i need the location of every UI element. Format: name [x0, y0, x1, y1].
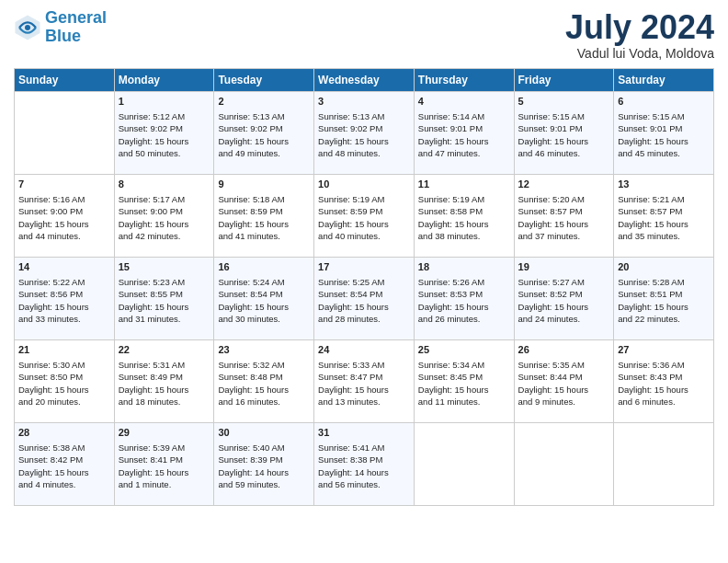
weekday-saturday: Saturday — [614, 68, 714, 91]
day-info: Sunrise: 5:22 AM — [18, 276, 110, 288]
day-info: Daylight: 15 hours — [418, 301, 510, 313]
day-info: Sunset: 8:50 PM — [18, 371, 110, 383]
calendar-cell: 23Sunrise: 5:32 AMSunset: 8:48 PMDayligh… — [214, 339, 314, 422]
day-info: Sunrise: 5:24 AM — [218, 276, 310, 288]
header: General Blue July 2024 Vadul lui Voda, M… — [14, 9, 714, 61]
day-info: Sunrise: 5:18 AM — [218, 193, 310, 205]
weekday-sunday: Sunday — [15, 68, 115, 91]
day-number: 30 — [218, 426, 310, 440]
day-number: 23 — [218, 343, 310, 357]
day-info: Daylight: 15 hours — [18, 466, 110, 478]
day-info: and 1 minute. — [119, 478, 210, 490]
day-info: and 50 minutes. — [119, 147, 210, 159]
day-info: and 42 minutes. — [119, 230, 210, 242]
calendar-cell — [514, 422, 614, 505]
day-info: Sunset: 8:56 PM — [18, 288, 110, 300]
calendar-cell: 25Sunrise: 5:34 AMSunset: 8:45 PMDayligh… — [414, 339, 514, 422]
day-info: Sunrise: 5:28 AM — [618, 276, 710, 288]
day-info: Sunset: 8:57 PM — [518, 205, 610, 217]
day-info: and 13 minutes. — [318, 396, 410, 408]
day-info: and 45 minutes. — [618, 147, 710, 159]
day-info: Daylight: 15 hours — [618, 384, 710, 396]
weekday-monday: Monday — [114, 68, 214, 91]
day-info: Sunset: 8:57 PM — [618, 205, 710, 217]
calendar-week-2: 7Sunrise: 5:16 AMSunset: 9:00 PMDaylight… — [15, 174, 714, 257]
day-number: 8 — [119, 178, 210, 191]
day-info: Daylight: 15 hours — [318, 218, 410, 230]
day-info: Sunset: 8:59 PM — [318, 205, 410, 217]
weekday-wednesday: Wednesday — [314, 68, 415, 91]
day-number: 13 — [618, 178, 710, 191]
day-info: Daylight: 15 hours — [618, 218, 710, 230]
day-number: 4 — [418, 95, 510, 109]
day-number: 20 — [618, 260, 710, 274]
day-number: 6 — [618, 95, 710, 109]
calendar-cell: 11Sunrise: 5:19 AMSunset: 8:58 PMDayligh… — [414, 174, 514, 257]
calendar-cell: 17Sunrise: 5:25 AMSunset: 8:54 PMDayligh… — [314, 257, 415, 339]
day-info: and 18 minutes. — [119, 396, 210, 408]
day-info: Daylight: 15 hours — [418, 384, 510, 396]
day-info: and 28 minutes. — [318, 313, 410, 325]
day-info: Sunrise: 5:38 AM — [18, 442, 110, 454]
day-info: Sunrise: 5:13 AM — [318, 110, 410, 122]
page: General Blue July 2024 Vadul lui Voda, M… — [0, 0, 728, 515]
day-info: Sunrise: 5:25 AM — [318, 276, 410, 288]
day-info: Sunrise: 5:20 AM — [518, 193, 610, 205]
svg-point-1 — [25, 25, 30, 30]
day-number: 21 — [18, 343, 110, 357]
calendar-week-3: 14Sunrise: 5:22 AMSunset: 8:56 PMDayligh… — [15, 257, 714, 339]
calendar-header: Sunday Monday Tuesday Wednesday Thursday… — [15, 68, 714, 91]
day-info: Sunrise: 5:19 AM — [318, 193, 410, 205]
day-info: and 40 minutes. — [318, 230, 410, 242]
location: Vadul lui Voda, Moldova — [565, 46, 714, 61]
day-info: and 37 minutes. — [518, 230, 610, 242]
logo-icon — [14, 14, 41, 41]
day-number: 11 — [418, 178, 510, 191]
day-info: and 20 minutes. — [18, 396, 110, 408]
day-info: and 47 minutes. — [418, 147, 510, 159]
day-info: Sunrise: 5:36 AM — [618, 359, 710, 371]
weekday-thursday: Thursday — [414, 68, 514, 91]
day-info: Sunset: 8:59 PM — [218, 205, 310, 217]
day-info: Daylight: 15 hours — [218, 384, 310, 396]
day-info: Sunset: 8:55 PM — [119, 288, 210, 300]
calendar-week-5: 28Sunrise: 5:38 AMSunset: 8:42 PMDayligh… — [15, 422, 714, 505]
day-info: Daylight: 15 hours — [119, 466, 210, 478]
day-info: Daylight: 15 hours — [119, 218, 210, 230]
day-info: Sunset: 8:49 PM — [119, 371, 210, 383]
calendar-cell: 5Sunrise: 5:15 AMSunset: 9:01 PMDaylight… — [514, 91, 614, 174]
day-info: Sunset: 8:42 PM — [18, 454, 110, 465]
day-info: Daylight: 15 hours — [618, 301, 710, 313]
day-number: 7 — [18, 178, 110, 191]
day-info: Sunrise: 5:13 AM — [218, 110, 310, 122]
day-info: and 56 minutes. — [318, 478, 410, 490]
day-info: Sunrise: 5:32 AM — [218, 359, 310, 371]
day-number: 15 — [119, 260, 210, 274]
day-info: Sunset: 8:54 PM — [218, 288, 310, 300]
day-info: Sunrise: 5:35 AM — [518, 359, 610, 371]
day-info: and 9 minutes. — [518, 396, 610, 408]
day-info: Sunrise: 5:27 AM — [518, 276, 610, 288]
day-info: Sunset: 9:00 PM — [18, 205, 110, 217]
day-number: 22 — [119, 343, 210, 357]
day-info: Sunset: 8:58 PM — [418, 205, 510, 217]
day-info: Sunrise: 5:40 AM — [218, 442, 310, 454]
day-info: Daylight: 15 hours — [518, 135, 610, 147]
calendar-week-1: 1Sunrise: 5:12 AMSunset: 9:02 PMDaylight… — [15, 91, 714, 174]
day-number: 17 — [318, 260, 410, 274]
day-info: Daylight: 14 hours — [218, 466, 310, 478]
day-info: and 4 minutes. — [18, 478, 110, 490]
day-info: Sunset: 8:51 PM — [618, 288, 710, 300]
day-info: and 49 minutes. — [218, 147, 310, 159]
calendar-cell: 15Sunrise: 5:23 AMSunset: 8:55 PMDayligh… — [114, 257, 214, 339]
logo-text: General Blue — [45, 9, 107, 46]
day-info: Sunrise: 5:41 AM — [318, 442, 410, 454]
day-info: and 30 minutes. — [218, 313, 310, 325]
calendar-cell: 29Sunrise: 5:39 AMSunset: 8:41 PMDayligh… — [114, 422, 214, 505]
day-info: and 46 minutes. — [518, 147, 610, 159]
day-number: 2 — [218, 95, 310, 109]
day-info: Sunrise: 5:14 AM — [418, 110, 510, 122]
day-info: Sunset: 9:01 PM — [418, 122, 510, 134]
day-info: Sunrise: 5:15 AM — [618, 110, 710, 122]
day-info: Sunset: 8:48 PM — [218, 371, 310, 383]
